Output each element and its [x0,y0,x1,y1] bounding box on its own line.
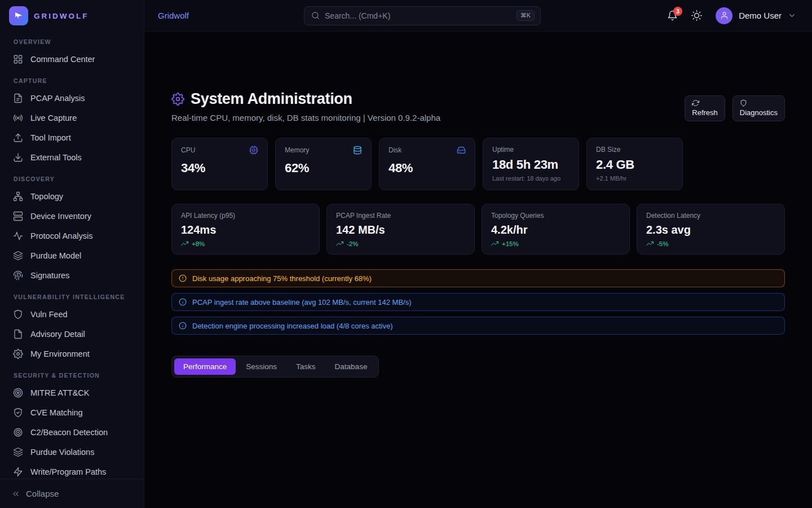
stat-card-memory: Memory 62% [275,138,372,190]
metric-card-trend: -2% [336,240,465,247]
database-icon [353,146,362,155]
sidebar-item-purdue-violations[interactable]: Purdue Violations [0,442,144,462]
search-input[interactable] [325,11,511,20]
diagnostics-button[interactable]: Diagnostics [732,95,785,121]
nav-section-label: DISCOVERY [14,176,130,182]
theme-toggle-button[interactable] [691,10,702,21]
notifications-button[interactable]: 3 [667,10,678,21]
refresh-icon [692,99,699,107]
sidebar-item-tool-import[interactable]: Tool Import [0,128,144,147]
stat-card-label: Uptime [492,146,514,154]
metric-card-value: 124ms [181,224,310,237]
sidebar-item-c2-beacon-detection[interactable]: C2/Beacon Detection [0,422,144,442]
nav-section-label: CAPTURE [14,77,130,84]
stat-card-value: 34% [181,161,258,176]
stat-card-subtext: Last restart: 18 days ago [492,175,570,182]
layers-icon [13,447,23,457]
info-icon [179,322,187,330]
chevron-down-icon [788,11,796,20]
page-actions: RefreshDiagnostics [685,95,785,121]
sidebar-item-write-program-paths[interactable]: Write/Program Paths [0,462,144,479]
tab-database[interactable]: Database [326,358,377,375]
sidebar-item-external-tools[interactable]: External Tools [0,147,144,167]
user-menu[interactable]: Demo User [716,7,796,24]
sidebar-item-device-inventory[interactable]: Device Inventory [0,206,144,226]
tab-performance[interactable]: Performance [174,358,236,375]
avatar [716,7,732,24]
alert-text: Detection engine processing increased lo… [192,322,393,330]
header-brand-link[interactable]: Gridwolf [158,11,189,20]
hard-drive-icon [457,146,466,155]
info-icon [179,298,187,306]
action-label: Diagnostics [740,108,778,117]
tab-sessions[interactable]: Sessions [237,358,286,375]
stat-card-cpu: CPU 34% [171,138,268,190]
page-content: System Administration Real-time CPU, mem… [144,32,812,508]
cpu-icon [249,146,258,155]
search-kbd-hint: ⌘K [517,10,535,21]
sidebar-logo: GRIDWOLF [0,0,144,32]
alert-info: Detection engine processing increased lo… [171,317,785,335]
shield-icon [740,99,747,107]
sidebar-collapse-button[interactable]: Collapse [0,479,144,508]
stat-card-label: CPU [181,146,195,154]
metric-card-label: Detection Latency [646,212,775,220]
sidebar-item-signatures[interactable]: Signatures [0,265,144,285]
top-header: Gridwolf ⌘K 3 Demo User [144,0,812,32]
stat-card-icon-wrap [249,146,258,155]
notification-badge: 3 [673,7,682,16]
stat-card-value: 62% [285,161,362,176]
trending-up-icon [491,240,498,247]
alert-circle-icon [179,274,187,282]
metric-card-value: 4.2k/hr [491,224,620,237]
tab-tasks[interactable]: Tasks [287,358,325,375]
search-icon [311,11,320,20]
global-search[interactable]: ⌘K [304,6,541,25]
sidebar-item-my-environment[interactable]: My Environment [0,344,144,364]
shield-icon [13,309,23,319]
page-title: System Administration [191,90,352,108]
shield-check-icon [13,408,23,418]
sidebar-item-topology[interactable]: Topology [0,186,144,206]
sidebar-item-label: CVE Matching [30,408,83,417]
chevrons-left-icon [11,489,20,498]
gear-icon [13,349,23,359]
sidebar-item-purdue-model[interactable]: Purdue Model [0,246,144,265]
user-icon [720,11,729,20]
sidebar-item-label: C2/Beacon Detection [30,428,108,437]
sidebar-item-label: Command Center [30,55,95,64]
sidebar-item-protocol-analysis[interactable]: Protocol Analysis [0,226,144,246]
sidebar-item-command-center[interactable]: Command Center [0,49,144,69]
sidebar-nav: OVERVIEWCommand CenterCAPTUREPCAP Analys… [0,32,144,479]
trend-value: +8% [192,240,205,247]
stat-card-value: 2.4 GB [596,157,673,172]
zap-icon [13,467,23,477]
sidebar-item-label: Write/Program Paths [30,467,106,476]
stat-card-icon-wrap [353,146,362,155]
refresh-button[interactable]: Refresh [685,95,725,121]
metric-card-pcap-ingest-rate: PCAP Ingest Rate 142 MB/s -2% [326,204,475,255]
metric-card-value: 2.3s avg [646,224,775,237]
trend-value: -2% [347,240,358,247]
main-column: Gridwolf ⌘K 3 Demo User [144,0,812,508]
sidebar-item-cve-matching[interactable]: CVE Matching [0,402,144,422]
stat-card-label: DB Size [596,146,620,154]
network-icon [13,191,23,202]
sidebar-item-live-capture[interactable]: Live Capture [0,108,144,128]
alerts: Disk usage approaching 75% threshold (cu… [171,269,785,335]
alert-warning: Disk usage approaching 75% threshold (cu… [171,269,785,287]
metric-row: API Latency (p95) 124ms +8% PCAP Ingest … [171,204,785,255]
metric-card-topology-queries: Topology Queries 4.2k/hr +15% [482,204,630,255]
sidebar-item-mitre-att-ck[interactable]: MITRE ATT&CK [0,383,144,402]
sidebar-item-advisory-detail[interactable]: Advisory Detail [0,324,144,344]
stat-card-label: Memory [285,146,309,154]
header-controls: 3 Demo User [667,7,796,24]
sidebar-item-vuln-feed[interactable]: Vuln Feed [0,304,144,324]
nav-section-label: SECURITY & DETECTION [14,372,130,379]
metric-card-label: Topology Queries [491,212,620,220]
stat-card-value: 48% [389,161,466,176]
sidebar-item-label: Tool Import [30,133,71,142]
sidebar-item-label: MITRE ATT&CK [30,388,89,397]
stat-card-disk: Disk 48% [379,138,475,190]
sidebar-item-pcap-analysis[interactable]: PCAP Analysis [0,88,144,108]
